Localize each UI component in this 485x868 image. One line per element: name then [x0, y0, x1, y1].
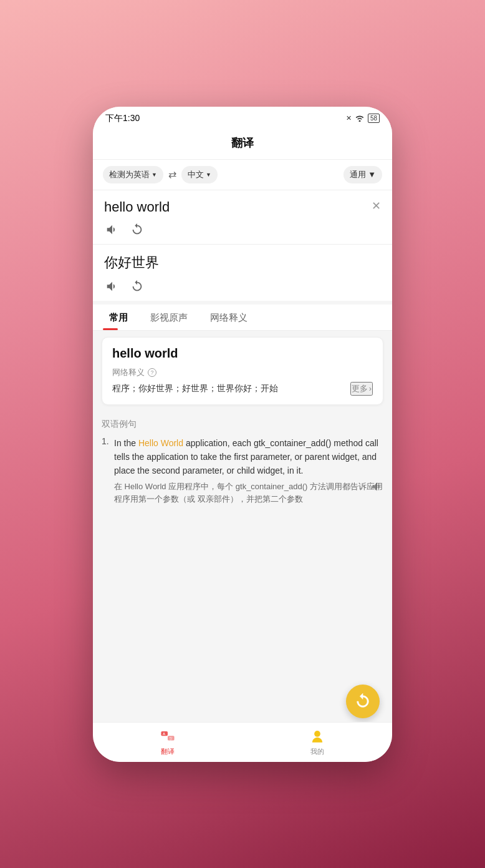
swap-icon[interactable]: ⇄ — [168, 168, 176, 180]
example-en-text: In the Hello World application, each gtk… — [114, 436, 383, 478]
example-num: 1. — [102, 436, 109, 446]
output-section: 你好世界 — [93, 245, 392, 305]
dict-definitions: 程序；你好世界；好世界；世界你好；开始 更多 › — [112, 382, 373, 396]
output-audio-button[interactable] — [104, 278, 120, 295]
svg-text:A: A — [163, 732, 165, 736]
phone-frame: 下午1:30 ✕ 58 翻译 检测为英语 ▼ ⇄ 中文 ▼ 通用 ▼ — [93, 107, 392, 762]
clear-button[interactable]: ✕ — [372, 199, 381, 213]
tab-network[interactable]: 网络释义 — [204, 305, 254, 330]
status-icons: ✕ 58 — [346, 114, 380, 123]
target-lang-arrow: ▼ — [206, 172, 211, 178]
output-action-icons — [104, 278, 381, 295]
help-icon[interactable]: ? — [148, 368, 156, 377]
app-header: 翻译 — [93, 128, 392, 160]
more-arrow: › — [369, 384, 372, 393]
input-audio-button[interactable] — [104, 222, 120, 238]
translate-nav-icon: A 字 — [159, 728, 176, 745]
nav-mine-label: 我的 — [310, 747, 324, 756]
input-section: hello world ✕ — [93, 190, 392, 245]
status-bar: 下午1:30 ✕ 58 — [93, 107, 392, 128]
more-button[interactable]: 更多 › — [350, 382, 373, 396]
output-text: 你好世界 — [104, 253, 381, 272]
status-time: 下午1:30 — [105, 113, 140, 124]
lang-bar: 检测为英语 ▼ ⇄ 中文 ▼ 通用 ▼ — [93, 160, 392, 190]
tabs-bar: 常用 影视原声 网络释义 — [93, 305, 392, 331]
dict-card: hello world 网络释义 ? 程序；你好世界；好世界；世界你好；开始 更… — [102, 337, 383, 405]
nav-translate[interactable]: A 字 翻译 — [93, 728, 242, 756]
wifi-icon — [355, 114, 365, 123]
examples-label: 双语例句 — [102, 419, 383, 430]
example-item: 1. In the Hello World application, each … — [102, 436, 383, 507]
tab-common[interactable]: 常用 — [103, 305, 134, 330]
fab-button[interactable] — [346, 685, 380, 718]
output-copy-button[interactable] — [129, 278, 145, 295]
mine-nav-icon — [309, 728, 326, 745]
target-lang-button[interactable]: 中文 ▼ — [181, 166, 218, 183]
mode-button[interactable]: 通用 ▼ — [343, 166, 382, 183]
bottom-nav: A 字 翻译 我的 — [93, 722, 392, 762]
battery-icon: 58 — [368, 114, 380, 123]
example-zh-text: 在 Hello World 应用程序中，每个 gtk_container_add… — [114, 480, 383, 507]
nav-mine[interactable]: 我的 — [242, 728, 392, 756]
svg-point-4 — [314, 731, 320, 737]
input-refresh-button[interactable] — [129, 222, 145, 238]
example-highlight: Hello World — [138, 438, 183, 448]
app-title: 翻译 — [231, 137, 254, 149]
mode-arrow: ▼ — [368, 170, 376, 179]
source-lang-arrow: ▼ — [151, 172, 157, 178]
svg-text:字: 字 — [169, 736, 173, 741]
input-action-icons — [104, 222, 381, 238]
input-text[interactable]: hello world — [104, 199, 381, 215]
cancel-icon: ✕ — [346, 114, 352, 122]
source-lang-button[interactable]: 检测为英语 ▼ — [103, 166, 163, 183]
dict-network-label: 网络释义 ? — [112, 367, 373, 378]
tab-movie[interactable]: 影视原声 — [144, 305, 194, 330]
dict-word: hello world — [112, 346, 373, 361]
nav-translate-label: 翻译 — [161, 747, 175, 756]
examples-section: 双语例句 1. In the Hello World application, … — [93, 411, 392, 507]
scroll-area[interactable]: hello world ✕ 你好世界 — [93, 190, 392, 762]
tabs-section: 常用 影视原声 网络释义 — [93, 305, 392, 331]
